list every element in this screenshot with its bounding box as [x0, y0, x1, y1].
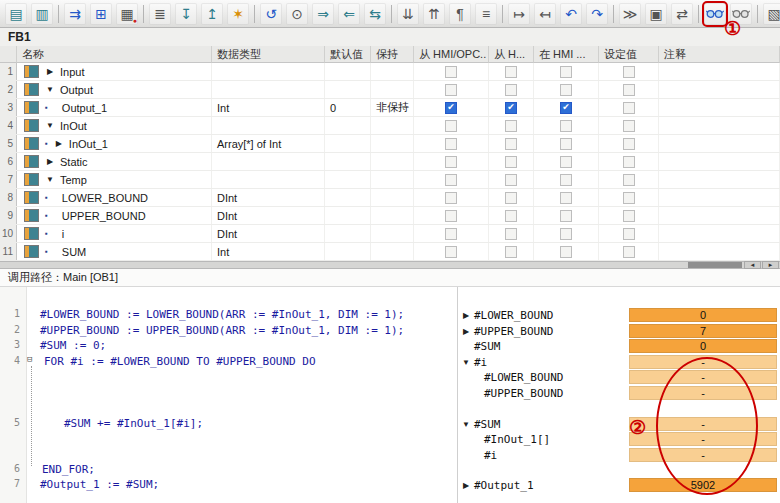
add-row-icon[interactable]: ⊞ [90, 3, 112, 25]
delete-row-icon[interactable]: ▦● [116, 3, 138, 25]
comment-cell[interactable] [659, 171, 780, 188]
setpoint-checkbox[interactable] [623, 246, 635, 258]
data-type-cell[interactable]: Array[*] of Int [212, 135, 325, 152]
reset-start-values-icon[interactable]: ↺ [260, 3, 282, 25]
table-row-i[interactable]: 10 ▪ i DInt [0, 225, 780, 243]
writable-from-hmi-checkbox[interactable] [505, 192, 517, 204]
writable-from-hmi-checkbox[interactable] [505, 246, 517, 258]
setpoint-checkbox[interactable] [623, 84, 635, 96]
data-type-cell[interactable] [212, 117, 325, 134]
accessible-from-hmi-opc-checkbox[interactable] [445, 66, 457, 78]
retain-cell[interactable] [371, 189, 414, 206]
monitor-row[interactable]: ▼ #i - [458, 355, 780, 370]
data-type-cell[interactable]: Int [212, 243, 325, 260]
comment-cell[interactable] [659, 135, 780, 152]
default-value-cell[interactable] [325, 135, 371, 152]
table-row-inout-1[interactable]: 5 ▪ ▶ InOut_1 Array[*] of Int [0, 135, 780, 153]
retain-cell[interactable]: 非保持 [371, 99, 414, 116]
expander-icon[interactable]: ▶ [54, 139, 64, 148]
monitor-row[interactable]: #SUM 0 [458, 339, 780, 354]
scroll-right-button[interactable]: ► [762, 261, 779, 269]
insert-title-icon[interactable]: ▤ [5, 3, 27, 25]
writable-from-hmi-checkbox[interactable] [505, 66, 517, 78]
insert-row-below-icon[interactable]: ↧ [175, 3, 197, 25]
insert-row-icon[interactable]: ⇉ [64, 3, 86, 25]
default-value-cell[interactable] [325, 63, 371, 80]
writable-from-hmi-checkbox[interactable] [505, 138, 517, 150]
monitor-expander-icon[interactable]: ▶ [458, 327, 474, 336]
monitor-row[interactable]: ▶ #UPPER_BOUND 7 [458, 324, 780, 339]
setpoint-checkbox[interactable] [623, 156, 635, 168]
default-value-cell[interactable] [325, 81, 371, 98]
writable-from-hmi-checkbox[interactable] [505, 174, 517, 186]
data-type-cell[interactable] [212, 171, 325, 188]
load-snapshot-icon[interactable]: ⇐ [338, 3, 360, 25]
retain-cell[interactable] [371, 225, 414, 242]
code-line-2[interactable]: #UPPER_BOUND := UPPER_BOUND(ARR := #InOu… [40, 324, 404, 337]
format-code-icon[interactable]: ≡ [475, 3, 497, 25]
snapshot-values-icon[interactable]: ⊙ [286, 3, 308, 25]
add-row-above-icon[interactable]: ↥ [201, 3, 223, 25]
writable-from-hmi-checkbox[interactable] [505, 84, 517, 96]
table-row-inout[interactable]: 4 ▼ InOut [0, 117, 780, 135]
monitor-expander-icon[interactable]: ▼ [458, 420, 474, 429]
expander-icon[interactable]: ▶ [45, 67, 55, 76]
table-row-lower-bound[interactable]: 8 ▪ LOWER_BOUND DInt [0, 189, 780, 207]
retain-cell[interactable] [371, 135, 414, 152]
data-type-cell[interactable]: DInt [212, 189, 325, 206]
accessible-from-hmi-opc-checkbox[interactable] [445, 174, 457, 186]
setpoint-checkbox[interactable] [623, 120, 635, 132]
expander-icon[interactable]: ▶ [45, 157, 55, 166]
data-type-cell[interactable] [212, 153, 325, 170]
table-row-output[interactable]: 2 ▼ Output [0, 81, 780, 99]
default-value-cell[interactable] [325, 153, 371, 170]
pane-splitter[interactable] [0, 261, 780, 269]
accessible-from-hmi-opc-checkbox[interactable] [445, 138, 457, 150]
visible-in-hmi-checkbox[interactable] [560, 84, 572, 96]
retain-cell[interactable] [371, 117, 414, 134]
cross-reference-icon[interactable]: ⇄ [671, 3, 693, 25]
expander-icon[interactable]: ▼ [45, 85, 55, 94]
setpoint-checkbox[interactable] [623, 174, 635, 186]
collapse-all-icon[interactable]: ⇈ [423, 3, 445, 25]
table-row-temp[interactable]: 7 ▼ Temp [0, 171, 780, 189]
accessible-from-hmi-opc-checkbox[interactable] [445, 120, 457, 132]
visible-in-hmi-checkbox[interactable] [560, 120, 572, 132]
default-value-cell[interactable] [325, 189, 371, 206]
code-line-4[interactable]: FOR #i := #LOWER_BOUND TO #UPPER_BOUND D… [44, 355, 316, 368]
monitor-row[interactable]: #i - [458, 448, 780, 463]
comment-cell[interactable] [659, 63, 780, 80]
table-row-input[interactable]: 1 ▶ Input [0, 63, 780, 81]
call-environment-icon[interactable]: ▣ [645, 3, 667, 25]
expand-all-icon[interactable]: ⇊ [397, 3, 419, 25]
data-type-cell[interactable] [212, 81, 325, 98]
code-line-3[interactable]: #SUM := 0; [40, 339, 106, 352]
data-type-cell[interactable]: DInt [212, 225, 325, 242]
visible-in-hmi-checkbox[interactable] [560, 156, 572, 168]
retain-cell[interactable] [371, 81, 414, 98]
setpoint-checkbox[interactable] [623, 210, 635, 222]
writable-from-hmi-checkbox[interactable] [505, 210, 517, 222]
table-row-upper-bound[interactable]: 9 ▪ UPPER_BOUND DInt [0, 207, 780, 225]
table-row-output-1[interactable]: 3 ▪ Output_1 Int 0 非保持 ✔ ✔ ✔ [0, 99, 780, 117]
code-line-5[interactable]: #SUM += #InOut_1[#i]; [64, 417, 203, 430]
monitor-expander-icon[interactable]: ▶ [458, 311, 474, 320]
accessible-from-hmi-opc-checkbox[interactable] [445, 228, 457, 240]
expander-icon[interactable]: ▼ [45, 175, 55, 184]
monitor-row[interactable]: ▶ #Output_1 5902 [458, 478, 780, 493]
monitor-row[interactable]: #LOWER_BOUND - [458, 370, 780, 385]
retain-cell[interactable] [371, 63, 414, 80]
block-properties-icon[interactable]: ▧ [763, 3, 780, 25]
data-type-cell[interactable] [212, 63, 325, 80]
writable-from-hmi-checkbox[interactable] [505, 228, 517, 240]
indent-icon[interactable]: ↦ [508, 3, 530, 25]
scroll-left-button[interactable]: ◄ [744, 261, 761, 269]
visible-in-hmi-checkbox[interactable] [560, 66, 572, 78]
comment-cell[interactable] [659, 207, 780, 224]
data-type-cell[interactable]: Int [212, 99, 325, 116]
setpoint-checkbox[interactable] [623, 192, 635, 204]
accessible-from-hmi-opc-checkbox[interactable] [445, 192, 457, 204]
expander-icon[interactable]: ▼ [45, 121, 55, 130]
data-type-cell[interactable]: DInt [212, 207, 325, 224]
visible-in-hmi-checkbox[interactable] [560, 246, 572, 258]
